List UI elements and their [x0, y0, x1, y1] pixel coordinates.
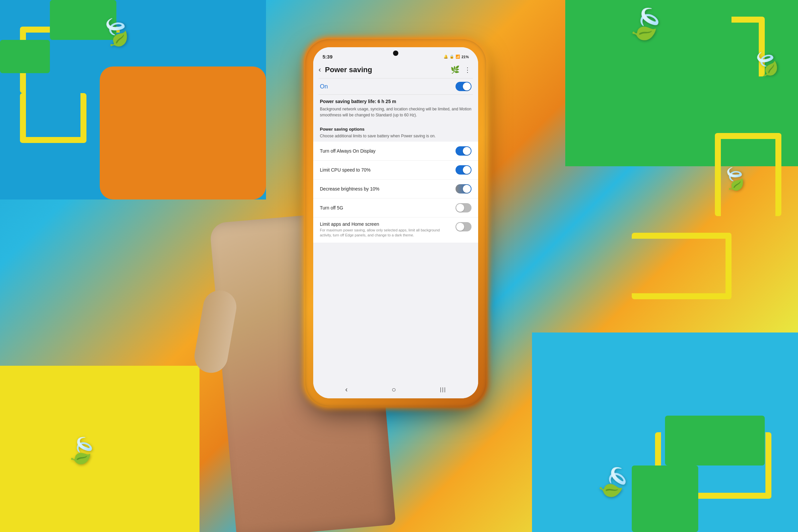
setting-row-limit-apps[interactable]: Limit apps and Home screen For maximum p…	[313, 217, 478, 243]
options-section-title: Power saving options	[320, 127, 472, 132]
setting-label-brightness: Decrease brightness by 10%	[320, 186, 379, 191]
setting-row-brightness[interactable]: Decrease brightness by 10%	[313, 179, 478, 198]
cpu-toggle-knob	[463, 166, 471, 174]
setting-label-5g: Turn off 5G	[320, 205, 343, 210]
options-header-section: Power saving options Choose additional l…	[313, 122, 478, 141]
alarm-icon: 🔔	[443, 55, 448, 59]
status-time: 5:39	[323, 54, 332, 59]
page-title: Power saving	[325, 65, 451, 74]
green-block-2	[0, 40, 50, 73]
setting-row-cpu[interactable]: Limit CPU speed to 70%	[313, 160, 478, 179]
settings-list: Turn off Always On Display Limit CPU spe…	[313, 141, 478, 243]
nav-back-button[interactable]: ‹	[345, 385, 347, 394]
maze-6	[632, 233, 732, 299]
limit-apps-toggle[interactable]	[456, 222, 472, 231]
setting-label-aod: Turn off Always On Display	[320, 148, 375, 154]
battery-description: Background network usage, syncing, and l…	[320, 106, 472, 118]
more-options-button[interactable]: ⋮	[462, 64, 473, 75]
green-block-4	[665, 416, 765, 466]
navigation-bar: ‹ ○ |||	[313, 381, 478, 398]
content-area: Power saving battery life: 6 h 25 m Back…	[313, 95, 478, 398]
maze-2	[20, 93, 87, 143]
setting-row-5g[interactable]: Turn off 5G	[313, 198, 478, 217]
green-block-5	[632, 466, 698, 532]
deco-leaf-4: 🍃	[64, 434, 100, 468]
limit-apps-toggle-knob	[456, 223, 464, 231]
back-button[interactable]: ‹	[316, 64, 324, 75]
setting-label-limit-apps: Limit apps and Home screen For maximum p…	[320, 222, 456, 238]
camera-notch	[393, 51, 398, 56]
wifi-icon: 📶	[456, 55, 460, 59]
nav-home-button[interactable]: ○	[392, 385, 396, 394]
lock-icon: 🔒	[450, 55, 454, 59]
on-toggle-row: On	[313, 78, 478, 94]
nav-recents-button[interactable]: |||	[440, 387, 446, 393]
status-icons: 🔔 🔒 📶 21%	[443, 55, 469, 59]
on-label: On	[320, 83, 328, 90]
battery-life-label: Power saving battery life: 6 h 25 m	[320, 99, 472, 104]
cpu-toggle[interactable]	[456, 165, 472, 174]
5g-toggle[interactable]	[456, 203, 472, 212]
battery-icon: 21%	[461, 55, 469, 59]
toggle-knob	[463, 82, 471, 91]
battery-info-section: Power saving battery life: 6 h 25 m Back…	[313, 95, 478, 122]
aod-toggle[interactable]	[456, 146, 472, 156]
bg-orange	[100, 66, 266, 200]
scene: 5:39 🔔 🔒 📶 21% ‹ Power saving 🌿 ⋮ On	[249, 33, 549, 499]
app-header: ‹ Power saving 🌿 ⋮	[313, 61, 478, 78]
setting-row-aod[interactable]: Turn off Always On Display	[313, 141, 478, 160]
phone-body: 5:39 🔔 🔒 📶 21% ‹ Power saving 🌿 ⋮ On	[309, 43, 482, 402]
aod-toggle-knob	[463, 147, 471, 155]
leaf-icon: 🌿	[451, 65, 459, 74]
setting-label-cpu: Limit CPU speed to 70%	[320, 167, 371, 173]
phone-screen: 5:39 🔔 🔒 📶 21% ‹ Power saving 🌿 ⋮ On	[313, 47, 478, 398]
maze-5	[33, 445, 166, 506]
brightness-toggle[interactable]	[456, 184, 472, 193]
brightness-toggle-knob	[463, 185, 471, 193]
5g-toggle-knob	[456, 204, 464, 212]
options-section-desc: Choose additional limits to save battery…	[320, 133, 472, 139]
power-saving-toggle[interactable]	[456, 82, 472, 91]
